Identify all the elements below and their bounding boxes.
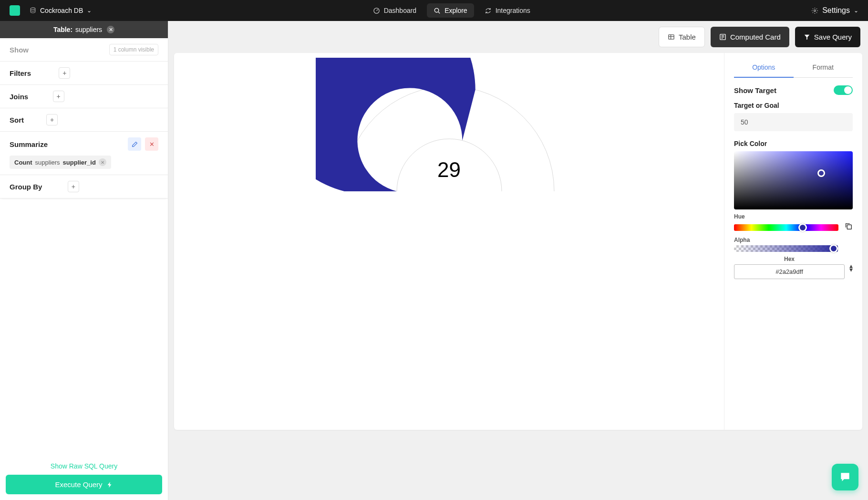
filter-icon <box>804 34 810 41</box>
close-icon[interactable]: ✕ <box>99 158 106 166</box>
pick-color-label: Pick Color <box>734 140 853 147</box>
summarize-chip[interactable]: Count suppliers supplier_id ✕ <box>10 156 111 169</box>
chevron-down-icon: ⌄ <box>854 7 858 14</box>
db-selector[interactable]: Cockroach DB ⌄ <box>30 7 92 14</box>
column-count-hint[interactable]: 1 column visible <box>109 44 158 55</box>
remove-summarize-button[interactable]: ✕ <box>145 137 158 151</box>
color-swatch[interactable] <box>734 151 853 209</box>
hue-slider[interactable] <box>734 224 838 231</box>
settings-menu[interactable]: Settings ⌄ <box>811 6 858 15</box>
search-icon <box>434 7 441 14</box>
gear-icon <box>811 7 818 14</box>
hue-knob[interactable] <box>798 223 807 232</box>
format-cycle-button[interactable]: ▴▾ <box>849 264 853 271</box>
show-sql-link[interactable]: Show Raw SQL Query <box>6 462 162 470</box>
sync-icon <box>485 7 492 14</box>
swatch-cursor[interactable] <box>817 169 825 177</box>
summarize-label: Summarize <box>10 140 48 148</box>
add-sort-button[interactable]: + <box>46 114 58 125</box>
pencil-icon <box>132 141 138 147</box>
bolt-icon <box>106 481 113 488</box>
view-table-button[interactable]: Table <box>659 27 705 47</box>
joins-label: Joins <box>10 93 28 101</box>
gauge-value: 29 <box>437 158 461 182</box>
execute-query-button[interactable]: Execute Query <box>6 475 162 494</box>
svg-point-0 <box>31 8 35 10</box>
sort-label: Sort <box>10 116 24 124</box>
target-label: Target or Goal <box>734 102 853 109</box>
card-icon <box>719 33 726 41</box>
top-bar: Cockroach DB ⌄ Dashboard Explore Integra… <box>0 0 868 21</box>
show-target-toggle[interactable] <box>834 85 853 95</box>
add-join-button[interactable]: + <box>53 91 64 102</box>
edit-summarize-button[interactable] <box>128 137 141 151</box>
db-name: Cockroach DB <box>40 7 83 14</box>
show-label: Show <box>10 46 29 54</box>
dashboard-icon <box>373 7 380 14</box>
tab-format[interactable]: Format <box>794 60 853 77</box>
nav-integrations[interactable]: Integrations <box>478 3 537 18</box>
save-query-button[interactable]: Save Query <box>795 27 860 47</box>
svg-point-2 <box>435 8 439 12</box>
target-input[interactable] <box>734 113 853 131</box>
chevron-down-icon: ⌄ <box>87 7 92 14</box>
groupby-label: Group By <box>10 183 42 191</box>
query-sidebar: Table: suppliers ✕ Show 1 column visible… <box>0 21 168 500</box>
svg-rect-6 <box>847 225 851 229</box>
show-target-label: Show Target <box>734 86 776 94</box>
add-groupby-button[interactable]: + <box>68 181 79 192</box>
nav-dashboard[interactable]: Dashboard <box>366 3 424 18</box>
alpha-label: Alpha <box>734 237 853 243</box>
options-panel: Options Format Show Target Target or Goa… <box>724 53 862 430</box>
nav-explore[interactable]: Explore <box>427 3 474 18</box>
svg-point-3 <box>814 10 816 11</box>
hex-label: Hex <box>734 256 845 262</box>
alpha-slider[interactable] <box>734 245 838 252</box>
copy-icon[interactable] <box>844 222 853 233</box>
app-logo[interactable] <box>10 5 20 16</box>
chat-button[interactable] <box>832 464 858 490</box>
close-icon[interactable]: ✕ <box>107 26 114 33</box>
chart-area: 29 <box>174 53 724 430</box>
add-filter-button[interactable]: + <box>59 67 70 79</box>
table-icon <box>668 33 675 41</box>
filters-label: Filters <box>10 69 31 77</box>
chat-icon <box>839 471 851 483</box>
hex-input[interactable] <box>734 264 845 279</box>
tab-options[interactable]: Options <box>734 60 794 78</box>
svg-rect-4 <box>669 35 674 39</box>
alpha-knob[interactable] <box>829 244 838 253</box>
hue-label: Hue <box>734 213 853 220</box>
database-icon <box>30 7 36 14</box>
view-computed-button[interactable]: Computed Card <box>711 27 789 47</box>
table-header: Table: suppliers ✕ <box>0 21 168 38</box>
